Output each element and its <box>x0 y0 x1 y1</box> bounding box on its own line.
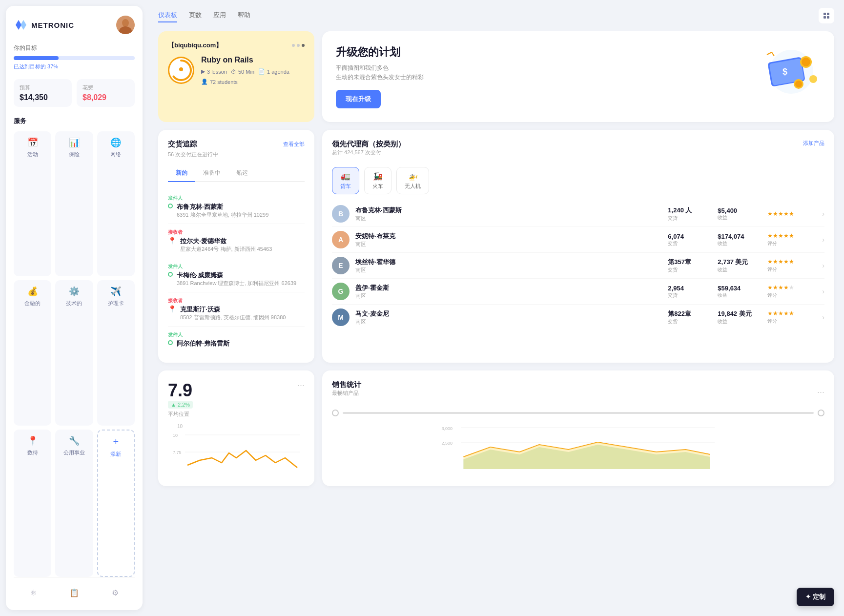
notification-button[interactable] <box>819 8 834 23</box>
sidebar-footer: ⚛ 📋 ⚙ <box>14 577 135 600</box>
service-item-network[interactable]: 🌐 网络 <box>97 131 135 276</box>
agent-row-5: M 马文·麦金尼 南区 第822章 交货 19,842 美元 收益 <box>332 305 824 330</box>
sender-dot-3 <box>168 340 173 345</box>
service-item-care[interactable]: ✈️ 护理卡 <box>97 280 135 425</box>
service-item-finance[interactable]: 💰 金融的 <box>14 280 51 425</box>
agent-revenue-5: 19,842 美元 收益 <box>718 309 762 325</box>
agent-avatar-3: E <box>332 257 350 274</box>
svg-point-1 <box>122 19 129 27</box>
agent-arrow-3[interactable]: › <box>822 262 824 269</box>
service-item-tech[interactable]: ⚙️ 技术的 <box>55 280 93 425</box>
agent-arrow-2[interactable]: › <box>822 236 824 244</box>
budget-value: $14,350 <box>20 93 66 102</box>
delivery-name-2: 拉尔夫·爱德华兹 <box>180 237 272 246</box>
course-meta-time: ⏱ 50 Min <box>231 68 254 75</box>
network-icon: 🌐 <box>110 137 121 148</box>
agent-rating-label-4: 评分 <box>767 292 816 299</box>
agent-tab-truck[interactable]: 🚛 货车 <box>332 167 359 194</box>
utility-icon: 🔧 <box>69 435 80 446</box>
agent-stars-5: ★★★★★ <box>767 310 816 317</box>
course-card: 【biqubiqu.com】 <box>158 31 314 122</box>
sales-chart: 3,000 2,500 <box>332 420 824 471</box>
thumb-dot <box>179 67 183 71</box>
agent-avatar-bg-1: B <box>332 205 350 223</box>
agent-revenue-value-1: $5,400 <box>718 207 762 214</box>
nav-help[interactable]: 帮助 <box>238 9 250 22</box>
delivery-item-3: 发件人 卡梅伦·威廉姆森 3891 Ranchview 理查森博士, 加利福尼亚… <box>168 258 305 292</box>
bottom-right-more[interactable]: ··· <box>817 387 824 397</box>
truck-label: 货车 <box>340 183 351 190</box>
agent-stat-2: 6,074 交货 <box>668 233 712 247</box>
delivery-name-addr-2: 拉尔夫·爱德华兹 星家大道2464号 梅萨, 新泽西州 45463 <box>180 237 272 253</box>
nav-apps[interactable]: 应用 <box>213 9 226 22</box>
delivery-card: 交货追踪 查看全部 56 次交付正在进行中 新的 准备中 船运 发件人 布鲁克林… <box>158 130 314 363</box>
delivery-name-addr-4: 克里斯汀·沃森 8502 普雷斯顿路, 英格尔伍德, 缅因州 98380 <box>180 305 286 321</box>
lesson-text: 3 lesson <box>207 69 227 75</box>
agent-row-4: G 盖伊·霍金斯 南区 2,954 交货 $59,634 收益 <box>332 279 824 305</box>
delivery-subtitle: 56 次交付正在进行中 <box>168 151 305 158</box>
agent-arrow-1[interactable]: › <box>822 210 824 218</box>
students-text: 72 students <box>210 79 238 85</box>
service-item-insurance[interactable]: 📊 保险 <box>55 131 93 276</box>
agent-revenue-value-3: 2,737 美元 <box>718 258 762 267</box>
course-meta-students: 👤 72 students <box>201 79 238 85</box>
customize-button[interactable]: ✦ 定制 <box>797 588 834 606</box>
service-item-utility[interactable]: 🔧 公用事业 <box>55 430 93 577</box>
layers-icon[interactable]: ⚛ <box>27 585 40 600</box>
delivery-item-2: 接收者 📍 拉尔夫·爱德华兹 星家大道2464号 梅萨, 新泽西州 45463 <box>168 224 305 258</box>
row-2: 交货追踪 查看全部 56 次交付正在进行中 新的 准备中 船运 发件人 布鲁克林… <box>158 130 834 363</box>
delivery-tab-new[interactable]: 新的 <box>168 165 195 182</box>
nav-dashboard[interactable]: 仪表板 <box>158 9 177 22</box>
growth-badge: ▲ 2.2% <box>168 401 193 409</box>
slider-handle-left[interactable] <box>332 410 339 416</box>
agents-add-button[interactable]: 添加产品 <box>803 140 824 147</box>
agents-tabs: 🚛 货车 🚂 火车 🚁 无人机 <box>332 167 824 194</box>
nav-pages[interactable]: 页数 <box>189 9 202 22</box>
big-number-sub: ▲ 2.2% <box>168 401 193 409</box>
bottom-left-stats: 7.9 ▲ 2.2% 平均位置 <box>168 380 193 418</box>
bottom-left-more[interactable]: ··· <box>297 380 305 390</box>
progress-text: 已达到目标的 37% <box>14 63 135 70</box>
service-item-add[interactable]: + 添新 <box>97 430 135 577</box>
agent-tab-drone[interactable]: 🚁 无人机 <box>396 167 429 194</box>
avg-label: 平均位置 <box>168 411 193 418</box>
delivery-item-1: 发件人 布鲁克林·西蒙斯 6391 埃尔全里塞草地, 特拉华州 10299 <box>168 190 305 224</box>
agent-stat-value-4: 2,954 <box>668 285 712 292</box>
delivery-tab-ship[interactable]: 船运 <box>228 165 256 182</box>
svg-line-18 <box>772 52 774 56</box>
slider-handle-right[interactable] <box>818 410 824 416</box>
svg-point-15 <box>809 75 817 83</box>
insurance-icon: 📊 <box>69 137 80 148</box>
agenda-icon: 📄 <box>258 68 265 75</box>
agent-arrow-4[interactable]: › <box>822 287 824 295</box>
agents-table: B 布鲁克林·西蒙斯 南区 1,240 人 交货 $5,400 收益 <box>332 201 824 330</box>
upgrade-desc-1: 平面插图和我们多色 <box>336 64 389 71</box>
agent-info-4: 盖伊·霍金斯 南区 <box>355 284 662 300</box>
time-text: 50 Min <box>238 69 254 75</box>
svg-text:3,000: 3,000 <box>442 426 453 431</box>
agent-avatar-bg-4: G <box>332 283 350 300</box>
agent-avatar-5: M <box>332 308 350 326</box>
activity-icon: 📅 <box>27 137 38 148</box>
settings-icon[interactable]: ⚙ <box>109 585 122 600</box>
agent-stat-value-1: 1,240 人 <box>668 206 712 215</box>
slider-track[interactable] <box>343 412 814 414</box>
agent-arrow-5[interactable]: › <box>822 313 824 321</box>
agent-revenue-label-5: 收益 <box>718 318 762 325</box>
service-item-activity[interactable]: 📅 活动 <box>14 131 51 276</box>
agent-info-1: 布鲁克林·西蒙斯 南区 <box>355 206 662 222</box>
sales-title-group: 销售统计 最畅销产品 <box>332 380 361 404</box>
service-item-hospitality[interactable]: 📍 数待 <box>14 430 51 577</box>
sales-title: 销售统计 <box>332 380 361 390</box>
agent-stat-1: 1,240 人 交货 <box>668 206 712 222</box>
agent-tab-train[interactable]: 🚂 火车 <box>364 167 391 194</box>
delivery-tab-prep[interactable]: 准备中 <box>195 165 228 182</box>
bottom-left-card: 7.9 ▲ 2.2% 平均位置 ··· 10 10 7.75 <box>158 370 314 486</box>
upgrade-text: 升级您的计划 平面插图和我们多色 生动的未混合紫色头发女士的精彩 现在升级 <box>336 45 424 108</box>
delivery-address-2: 星家大道2464号 梅萨, 新泽西州 45463 <box>180 246 272 253</box>
agent-revenue-label-3: 收益 <box>718 267 762 273</box>
file-icon[interactable]: 📋 <box>66 585 82 600</box>
upgrade-button[interactable]: 现在升级 <box>336 90 381 108</box>
train-label: 火车 <box>372 183 383 190</box>
delivery-link[interactable]: 查看全部 <box>283 141 305 148</box>
